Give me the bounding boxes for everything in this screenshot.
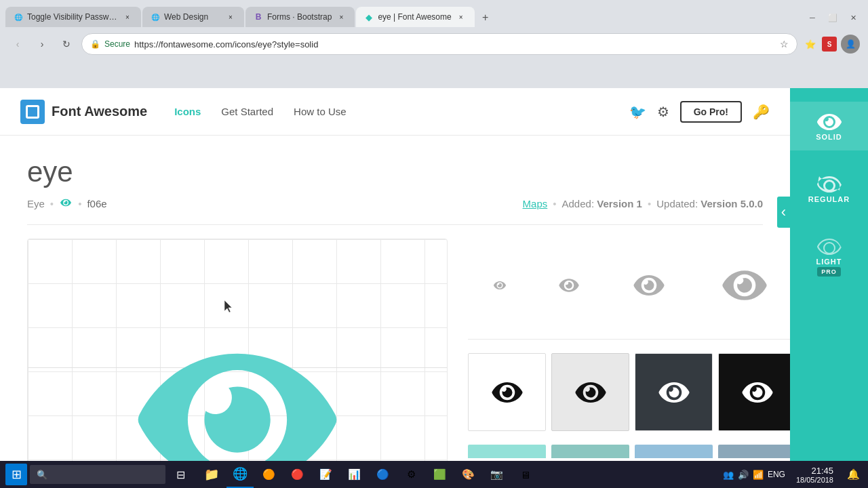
light-label: LIGHT — [816, 258, 842, 266]
taskbar-network-icon[interactable]: 📶 — [753, 470, 764, 480]
swatch-dark[interactable] — [635, 353, 713, 431]
address-bar-row: ‹ › ↻ 🔒 Secure https://fontawesome.com/i… — [0, 27, 868, 61]
forward-button[interactable]: › — [33, 35, 52, 54]
nav-get-started[interactable]: Get Started — [221, 106, 273, 117]
updated-version: Version 5.0.0 — [701, 198, 763, 209]
size-xs — [492, 280, 507, 291]
address-bar[interactable]: 🔒 Secure https://fontawesome.com/icons/e… — [81, 33, 797, 55]
nav-icons[interactable]: Icons — [174, 106, 201, 117]
tab-3-title: Forms · Bootstrap — [267, 12, 332, 22]
taskbar-volume-icon[interactable]: 🔊 — [738, 470, 749, 480]
tab-1-title: Toggle Visibility Passwo... — [27, 12, 118, 22]
refresh-button[interactable]: ↻ — [57, 35, 76, 54]
secure-label: Secure — [104, 39, 130, 49]
sidebar-light[interactable]: LIGHT PRO — [790, 226, 868, 286]
new-tab-button[interactable]: + — [476, 8, 495, 27]
sidebar-collapse-button[interactable]: ‹ — [777, 197, 790, 228]
taskbar-app-4[interactable]: 📊 — [340, 461, 368, 488]
tab-1[interactable]: 🌐 Toggle Visibility Passwo... × — [5, 7, 141, 27]
taskbar-app-3[interactable]: 📝 — [312, 461, 339, 488]
notification-btn[interactable]: 🔔 — [844, 468, 863, 481]
address-url: https://fontawesome.com/icons/eye?style=… — [134, 39, 776, 49]
maximize-button[interactable]: ⬜ — [823, 8, 842, 27]
start-button[interactable]: ⊞ — [5, 464, 27, 485]
logo-box — [20, 100, 45, 124]
close-button[interactable]: ✕ — [844, 8, 863, 27]
icon-meta: Eye • • f06e Maps • Added: Version 1 • — [27, 197, 763, 211]
back-button[interactable]: ‹ — [8, 35, 27, 54]
main-area: Font Awesome Icons Get Started How to Us… — [0, 88, 790, 488]
taskbar-app-5[interactable]: 🔵 — [369, 461, 396, 488]
tab-4-title: eye | Font Awesome — [378, 12, 451, 22]
signin-icon[interactable]: 🔑 — [753, 104, 770, 120]
clock[interactable]: 21:45 18/05/2018 — [791, 466, 839, 484]
divider — [27, 224, 763, 225]
logo-area: Font Awesome — [20, 100, 147, 124]
taskbar-app-chrome[interactable]: 🌐 — [226, 461, 254, 488]
tab-2-close[interactable]: × — [225, 12, 236, 22]
size-md — [630, 272, 668, 299]
page-content: Font Awesome Icons Get Started How to Us… — [0, 88, 868, 488]
ext-icon-1[interactable]: ⭐ — [803, 37, 818, 52]
tab-3-favicon: B — [254, 12, 263, 22]
search-box[interactable]: 🔍 — [30, 465, 165, 484]
bookmark-icon[interactable]: ☆ — [780, 39, 789, 49]
sidebar-solid[interactable]: SOLID — [790, 102, 868, 150]
browser-chrome: 🌐 Toggle Visibility Passwo... × 🌐 Web De… — [0, 0, 868, 88]
clock-date: 18/05/2018 — [796, 476, 833, 484]
ext-icon-2[interactable]: S — [822, 37, 837, 52]
swatch-black[interactable] — [718, 353, 790, 431]
taskbar-app-1[interactable]: 🟠 — [255, 461, 282, 488]
tab-1-favicon: 🌐 — [14, 12, 23, 22]
maps-link[interactable]: Maps — [523, 198, 548, 209]
size-sm — [557, 277, 581, 294]
taskbar-app-7[interactable]: 🟩 — [426, 461, 453, 488]
right-sidebar: ‹ SOLID REGULAR LIGHT PRO — [790, 88, 868, 488]
nav-how-to-use[interactable]: How to Use — [294, 106, 347, 117]
tab-3[interactable]: B Forms · Bootstrap × — [245, 7, 355, 27]
swatch-lightgray[interactable] — [551, 353, 629, 431]
tab-1-close[interactable]: × — [122, 12, 133, 22]
extension-area: ⭐ S 👤 — [803, 35, 860, 54]
solid-label: SOLID — [816, 133, 842, 141]
taskbar-app-8[interactable]: 🎨 — [454, 461, 481, 488]
content-area: eye Eye • • f06e Maps • Added: Version — [0, 136, 790, 488]
tab-4[interactable]: ◆ eye | Font Awesome × — [356, 7, 474, 27]
meta-dot-3: • — [553, 198, 556, 209]
size-lg — [717, 266, 772, 305]
minimize-button[interactable]: ─ — [803, 8, 822, 27]
showcase-right — [448, 239, 790, 488]
taskbar-lang: ENG — [768, 470, 785, 479]
tab-4-close[interactable]: × — [456, 12, 467, 22]
profile-button[interactable]: 👤 — [841, 35, 860, 54]
eye-preview-icon — [59, 197, 73, 211]
taskbar-right: 👥 🔊 📶 ENG 21:45 18/05/2018 🔔 — [723, 466, 863, 484]
tab-4-favicon: ◆ — [364, 12, 374, 22]
tab-2[interactable]: 🌐 Web Design × — [142, 7, 244, 27]
pro-badge: PRO — [817, 267, 841, 277]
taskbar-app-9[interactable]: 📷 — [483, 461, 510, 488]
swatch-white[interactable] — [468, 353, 546, 431]
tab-3-close[interactable]: × — [336, 12, 347, 22]
search-icon: 🔍 — [37, 470, 47, 480]
icon-code: f06e — [87, 198, 106, 209]
taskbar: ⊞ 🔍 ⊟ 📁 🌐 🟠 🔴 📝 📊 🔵 ⚙ 🟩 🎨 📷 🖥 👥 🔊 📶 ENG … — [0, 461, 868, 488]
task-view-btn[interactable]: ⊟ — [168, 462, 193, 487]
go-pro-button[interactable]: Go Pro! — [680, 101, 742, 123]
tab-bar: 🌐 Toggle Visibility Passwo... × 🌐 Web De… — [0, 0, 868, 27]
taskbar-app-2[interactable]: 🔴 — [283, 461, 311, 488]
tab-2-favicon: 🌐 — [151, 12, 160, 22]
clock-time: 21:45 — [796, 466, 833, 476]
size-variants — [468, 252, 790, 319]
twitter-icon[interactable]: 🐦 — [629, 104, 646, 120]
added-label: Added: Version 1 — [562, 198, 642, 209]
taskbar-app-10[interactable]: 🖥 — [511, 461, 538, 488]
icon-name-heading: eye — [27, 156, 763, 188]
github-icon[interactable]: ⚙ — [657, 104, 669, 120]
taskbar-people-icon[interactable]: 👥 — [723, 470, 734, 480]
color-variants — [468, 353, 790, 431]
sidebar-regular[interactable]: REGULAR — [790, 164, 868, 213]
meta-dot-4: • — [648, 198, 651, 209]
taskbar-app-explorer[interactable]: 📁 — [198, 461, 225, 488]
taskbar-app-6[interactable]: ⚙ — [397, 461, 425, 488]
